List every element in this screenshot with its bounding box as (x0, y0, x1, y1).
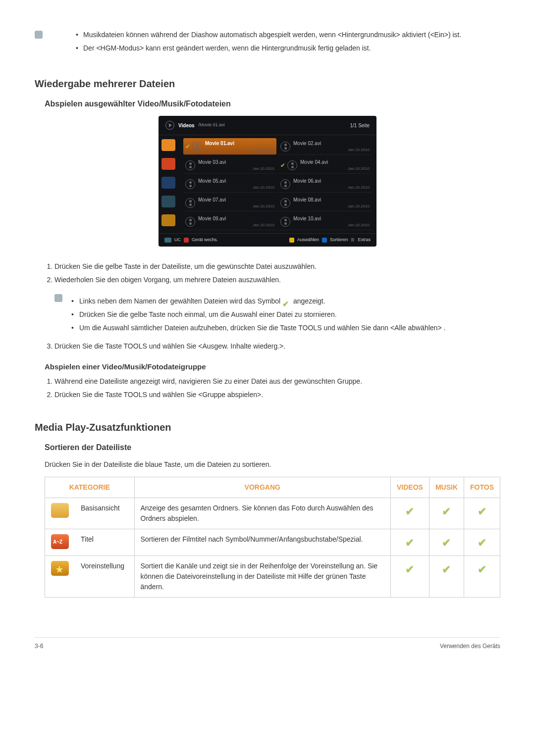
star-icon (51, 561, 69, 576)
sort-label: Sortieren (330, 237, 348, 244)
file-item: Movie 05.aviJan.10.2010 (183, 176, 276, 193)
file-date: Jan.10.2010 (198, 203, 274, 209)
file-item: Movie 10.aviJan.10.2010 (278, 213, 372, 230)
file-date: Jan.10.2010 (198, 185, 274, 191)
page-footer: 3-6 Verwenden des Geräts (35, 637, 500, 651)
category-name: Voreinstellung (75, 556, 134, 598)
blue-button-icon (322, 238, 327, 243)
section-desc: Drücken Sie in der Dateiliste die blaue … (45, 459, 490, 470)
folder-icon (51, 503, 69, 518)
page-number: 3-6 (35, 642, 43, 651)
step-item: Drücken Sie die Taste TOOLS und wählen S… (54, 341, 500, 352)
check-icon (478, 566, 486, 574)
file-name: Movie 09.avi (198, 215, 274, 222)
top-notes-list: Musikdateien können während der Diashow … (58, 30, 461, 56)
check-icon (405, 540, 414, 548)
check-icon (405, 508, 414, 516)
check-icon (282, 298, 291, 305)
az-sort-icon (161, 158, 175, 170)
tools-icon: ⊞ (351, 237, 355, 244)
yellow-button-icon (289, 238, 294, 243)
note-icon (54, 294, 62, 302)
file-date: Jan.10.2010 (300, 166, 370, 172)
file-name: Movie 04.avi (300, 158, 370, 166)
file-name: Movie 02.avi (293, 140, 370, 147)
sort-table: KATEGORIE VORGANG VIDEOS MUSIK FOTOS Bas… (45, 477, 500, 598)
file-date: Jan.10.2010 (198, 222, 274, 228)
th-videos: VIDEOS (391, 477, 429, 498)
file-item: Movie 02.aviJan.10.2010 (278, 138, 372, 155)
th-operation: VORGANG (134, 477, 391, 498)
favorite-icon (161, 214, 175, 226)
check-icon (478, 508, 486, 516)
step-item: Wiederholen Sie den obigen Vorgang, um m… (54, 275, 500, 285)
th-photos: FOTOS (464, 477, 500, 498)
group-title: Abspielen einer Video/Musik/Fotodateigru… (45, 361, 500, 373)
reel-icon (280, 179, 290, 189)
note-item: Der <HGM-Modus> kann erst geändert werde… (58, 43, 461, 53)
steps-list-1: Drücken Sie die gelbe Taste in der Datei… (35, 261, 500, 285)
file-item: Movie 09.aviJan.10.2010 (183, 213, 276, 230)
check-icon (442, 508, 451, 516)
file-name: Movie 08.avi (293, 196, 370, 203)
device-change-label: Gerät wechs. (192, 237, 218, 244)
file-item: Movie 08.aviJan.10.2010 (278, 195, 372, 211)
file-item: ✔Movie 04.aviJan.10.2010 (278, 157, 372, 174)
check-icon (478, 540, 486, 548)
file-name: Movie 10.avi (293, 215, 370, 222)
reel-icon (185, 160, 195, 170)
file-grid: ✔Movie 01.aviJan.10.2010Movie 02.aviJan.… (178, 135, 376, 233)
file-name: Movie 07.avi (198, 196, 274, 203)
device-btn: UC (174, 237, 181, 244)
file-date: Jan.10.2010 (198, 166, 274, 172)
reel-icon (185, 217, 195, 227)
check-icon (405, 566, 414, 574)
note-icon (35, 31, 43, 39)
play-icon (165, 121, 174, 130)
section-title: Wiedergabe mehrerer Dateien (35, 76, 500, 91)
note-item: Links neben dem Namen der gewählten Date… (68, 296, 445, 306)
reel-icon (192, 142, 202, 151)
section-subtitle: Sortieren der Dateiliste (45, 442, 500, 454)
file-item: Movie 06.aviJan.10.2010 (278, 176, 372, 193)
file-item: Movie 03.aviJan.10.2010 (183, 157, 276, 174)
reel-icon (185, 179, 195, 189)
file-item: Movie 07.aviJan.10.2010 (183, 195, 276, 211)
extras-label: Extras (358, 237, 371, 244)
check-icon (442, 566, 451, 574)
check-icon: ✔ (280, 161, 285, 170)
step-item: Drücken Sie die Taste TOOLS und wählen S… (54, 390, 500, 400)
file-name: Movie 06.avi (293, 177, 370, 185)
footer-right: Verwenden des Geräts (440, 642, 500, 651)
table-row: VoreinstellungSortiert die Kanäle und ze… (45, 556, 500, 598)
section-title: Media Play-Zusatzfunktionen (35, 420, 500, 435)
device-icon (164, 238, 171, 243)
file-date: Jan.10.2010 (293, 222, 370, 228)
steps-list-1b: Drücken Sie die Taste TOOLS und wählen S… (35, 341, 500, 352)
note-item: Musikdateien können während der Diashow … (58, 30, 461, 40)
reel-icon (280, 142, 290, 151)
az-icon (51, 534, 69, 549)
file-name: Movie 05.avi (198, 177, 274, 185)
red-button-icon (184, 238, 189, 243)
step-item: Während eine Dateiliste angezeigt wird, … (54, 376, 500, 387)
category-name: Titel (75, 529, 134, 556)
file-date: Jan.10.2010 (293, 203, 370, 209)
reel-icon (280, 198, 290, 208)
select-label: Auswählen (297, 237, 319, 244)
inner-notes: Links neben dem Namen der gewählten Date… (68, 293, 445, 336)
file-date: Jan.10.2010 (293, 185, 370, 191)
check-icon (442, 540, 451, 548)
folder-icon (161, 139, 175, 151)
th-category: KATEGORIE (45, 477, 135, 498)
reel-icon (287, 160, 297, 170)
page-indicator: 1/1 Seite (350, 122, 370, 129)
list-icon (161, 196, 175, 207)
file-date: Jan.10.2010 (205, 147, 274, 153)
operation-desc: Sortieren der Filmtitel nach Symbol/Numm… (134, 529, 391, 556)
file-date: Jan.10.2010 (293, 147, 370, 153)
step-item: Drücken Sie die gelbe Taste in der Datei… (54, 261, 500, 272)
breadcrumb: /Movie 01.avi (199, 122, 225, 129)
note-item: Drücken Sie die gelbe Taste noch einmal,… (68, 309, 445, 320)
reel-icon (185, 198, 195, 208)
